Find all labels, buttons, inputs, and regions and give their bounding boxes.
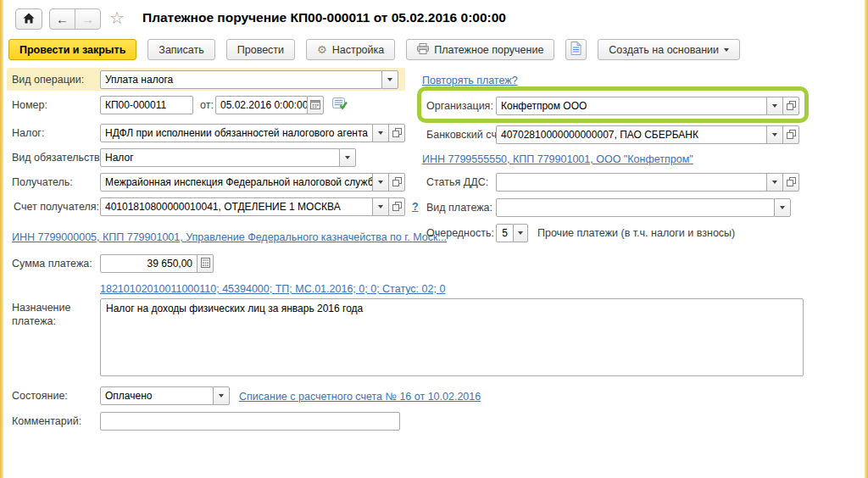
chevron-down-icon [387, 78, 392, 81]
priority-input[interactable]: 5 [496, 224, 514, 242]
recipient-input[interactable]: Межрайонная инспекция Федеральной налого… [100, 173, 373, 192]
calendar-icon [310, 97, 320, 113]
dds-item-input[interactable] [496, 173, 767, 192]
page-title: Платежное поручение КП00-000011 от 05.02… [142, 10, 506, 25]
bank-account-input[interactable]: 40702810000000000007, ПАО СБЕРБАНК [496, 125, 767, 144]
obligation-dropdown-button[interactable] [339, 148, 356, 167]
date-input[interactable]: 05.02.2016 0:00:00 [215, 96, 308, 114]
recipient-open-button[interactable] [388, 173, 405, 192]
post-and-close-button[interactable]: Провести и закрыть [8, 39, 136, 60]
calendar-button[interactable] [307, 96, 324, 114]
amount-label: Сумма платежа: [12, 254, 92, 273]
purpose-label: Назначение платежа: [12, 301, 85, 328]
priority-dropdown-button[interactable] [513, 224, 528, 242]
recipient-dropdown-button[interactable] [372, 173, 389, 192]
account-help-link[interactable]: ? [412, 201, 419, 213]
chevron-down-icon [378, 205, 383, 208]
window-frame-right [865, 0, 868, 478]
comment-input[interactable] [100, 412, 400, 431]
post-button[interactable]: Провести [226, 39, 295, 60]
calculator-button[interactable] [197, 254, 214, 273]
payment-kind-field [496, 198, 791, 217]
state-dropdown-button[interactable] [213, 386, 230, 405]
comment-field [100, 412, 400, 431]
payment-kind-input[interactable] [496, 198, 775, 217]
chevron-down-icon [219, 394, 224, 397]
dds-item-dropdown-button[interactable] [766, 173, 783, 192]
operation-field: Уплата налога [100, 70, 398, 89]
kbk-requisites-link[interactable]: 18210102010011000110; 45394000; ТП; МС.0… [100, 282, 445, 296]
recipient-account-open-button[interactable] [388, 197, 405, 216]
recipient-requisites-link[interactable]: ИНН 7799000005, КПП 779901001, Управлени… [12, 231, 447, 244]
organization-label: Организация: [426, 97, 493, 115]
writeoff-document-link[interactable]: Списание с расчетного счета № 16 от 10.0… [239, 390, 481, 403]
dds-item-open-button[interactable] [782, 173, 799, 192]
comment-label: Комментарий: [12, 412, 81, 431]
bank-account-open-button[interactable] [782, 125, 799, 144]
open-icon [787, 127, 796, 142]
open-icon [392, 199, 402, 214]
back-arrow-icon: ← [56, 12, 69, 26]
state-label: Состояние: [12, 386, 68, 405]
favorites-star-icon[interactable]: ☆ [109, 8, 125, 28]
open-icon [787, 98, 796, 114]
number-label: Номер: [12, 96, 47, 114]
tax-input[interactable]: НДФЛ при исполнении обязанностей налогов… [100, 124, 373, 142]
chevron-down-icon [518, 231, 523, 235]
document-report-button[interactable] [565, 39, 587, 60]
tax-open-button[interactable] [388, 124, 405, 142]
amount-field: 39 650,00 [100, 254, 214, 273]
recipient-account-input[interactable]: 40101810800000010041, ОТДЕЛЕНИЕ 1 МОСКВА [100, 197, 373, 216]
dds-item-field [496, 173, 799, 192]
tax-label: Налог: [12, 124, 44, 142]
operation-input[interactable]: Уплата налога [100, 70, 382, 89]
organization-open-button[interactable] [782, 97, 799, 115]
obligation-input[interactable]: Налог [100, 148, 340, 167]
obligation-label: Вид обязательства: [12, 148, 108, 167]
chevron-down-icon [780, 206, 785, 209]
chevron-down-icon [724, 48, 729, 52]
chevron-down-icon [772, 133, 777, 136]
organization-input[interactable]: Конфетпром ООО [496, 97, 767, 115]
settings-button[interactable]: ⚙ Настройка [306, 39, 395, 60]
tax-dropdown-button[interactable] [372, 124, 389, 142]
operation-label: Вид операции: [12, 70, 84, 89]
gear-icon: ⚙ [317, 43, 327, 56]
number-input[interactable]: КП00-000011 [100, 96, 193, 114]
date-field: 05.02.2016 0:00:00 [215, 96, 324, 114]
priority-hint: Прочие платежи (в т.ч. налоги и взносы) [537, 224, 735, 242]
obligation-field: Налог [100, 148, 356, 167]
chevron-down-icon [345, 156, 350, 159]
tax-field: НДФЛ при исполнении обязанностей налогов… [100, 124, 405, 142]
chevron-down-icon [378, 181, 383, 184]
purpose-textarea[interactable]: Налог на доходы физических лиц за январь… [100, 298, 804, 376]
back-button[interactable]: ← [49, 8, 75, 30]
calculator-icon [201, 256, 210, 271]
create-based-on-button[interactable]: Создать на основании [598, 39, 740, 60]
date-prefix-label: от: [200, 96, 214, 114]
open-icon [392, 175, 402, 190]
organization-dropdown-button[interactable] [766, 97, 783, 115]
forward-button[interactable]: → [75, 8, 101, 30]
operation-dropdown-button[interactable] [381, 70, 398, 89]
organization-field: Конфетпром ООО [496, 97, 799, 115]
write-button[interactable]: Записать [147, 39, 214, 60]
amount-input[interactable]: 39 650,00 [100, 254, 198, 273]
toolbar: Провести и закрыть Записать Провести ⚙ Н… [8, 39, 740, 60]
posted-check-icon [332, 97, 348, 114]
document-icon [570, 42, 581, 58]
window-frame-left [0, 0, 3, 478]
repeat-payment-link[interactable]: Повторять платеж? [422, 74, 518, 87]
recipient-account-dropdown-button[interactable] [372, 197, 389, 216]
recipient-label: Получатель: [12, 173, 73, 192]
payment-order-window: ← → ☆ Платежное поручение КП00-000011 от… [0, 0, 868, 478]
bank-account-dropdown-button[interactable] [766, 125, 783, 144]
payment-kind-dropdown-button[interactable] [774, 198, 791, 217]
recipient-account-field: 40101810800000010041, ОТДЕЛЕНИЕ 1 МОСКВА [100, 197, 405, 216]
state-input[interactable]: Оплачено [100, 386, 214, 405]
print-payment-order-button[interactable]: Платежное поручение [406, 39, 554, 60]
home-button[interactable] [15, 8, 42, 30]
organization-requisites-link[interactable]: ИНН 7799555550, КПП 779901001, ООО "Конф… [422, 153, 693, 166]
priority-field: 5 [496, 224, 528, 242]
bank-account-field: 40702810000000000007, ПАО СБЕРБАНК [496, 125, 799, 144]
